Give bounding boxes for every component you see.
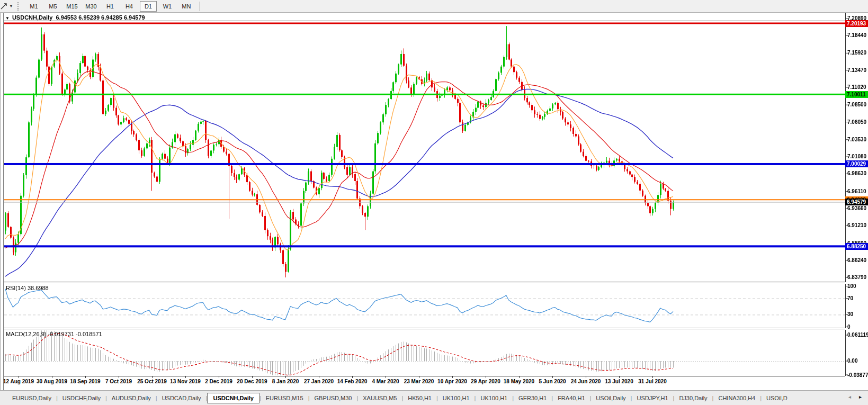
toolbar-grip[interactable] <box>17 2 20 11</box>
tab-scroll-left-icon[interactable]: ◂ <box>848 394 851 400</box>
tab-hk50-h1[interactable]: HK50,H1 <box>403 393 436 403</box>
date-axis-label: 24 Jun 2020 <box>571 379 601 384</box>
price-axis-label: 7.01080 <box>847 154 866 160</box>
date-axis-line <box>4 376 845 376</box>
price-axis-label: 6.93660 <box>847 205 866 212</box>
date-axis-label: 7 Oct 2019 <box>105 379 132 384</box>
price-axis-label: 7.18440 <box>847 32 866 39</box>
date-axis-tick <box>85 376 86 378</box>
price-line-badge: 7.00029 <box>845 160 868 167</box>
macd-canvas[interactable] <box>4 330 868 376</box>
collapse-triangle-icon[interactable]: ▼ <box>5 16 10 21</box>
price-line-badge: 7.10011 <box>845 91 868 98</box>
date-axis-label: 12 Aug 2019 <box>3 379 34 384</box>
timeframe-button-m5[interactable]: M5 <box>44 1 61 12</box>
timeframe-button-m30[interactable]: M30 <box>83 1 100 12</box>
window-left-border-inner <box>3 13 4 390</box>
date-axis-tick <box>319 376 319 378</box>
tab-fra40-h1[interactable]: FRA40,H1 <box>553 393 589 403</box>
tab-dj30-daily[interactable]: DJ30,Daily <box>674 393 712 403</box>
date-axis-tick <box>552 376 553 378</box>
price-axis-label: 7.06050 <box>847 119 866 125</box>
panel-separator[interactable] <box>4 328 845 329</box>
current-price-badge: 6.94579 <box>845 199 868 205</box>
rsi-axis-label: 100 <box>847 283 856 290</box>
price-axis-label: 6.91210 <box>847 222 866 229</box>
tool-dropdown-arrow-icon[interactable]: ▼ <box>9 2 13 11</box>
tab-usoil-d[interactable]: USOil,D <box>762 393 792 403</box>
rsi-axis-label: 30 <box>847 311 853 318</box>
date-axis-tick <box>285 376 286 378</box>
date-axis-tick <box>119 376 119 378</box>
date-axis-tick <box>219 376 219 378</box>
tab-ger30-h1[interactable]: GER30,H1 <box>514 393 551 403</box>
price-line-badge: 7.20193 <box>845 20 868 27</box>
timeframe-button-d1[interactable]: D1 <box>140 1 157 12</box>
date-axis-label: 23 Mar 2020 <box>404 379 434 384</box>
macd-axis-label: -0.038777 <box>847 372 868 379</box>
tab-china300-h4[interactable]: CHINA300,H4 <box>713 393 760 403</box>
date-axis-tick <box>352 376 353 378</box>
price-line-badge: 6.88250 <box>845 243 868 250</box>
timeframe-button-w1[interactable]: W1 <box>159 1 176 12</box>
price-axis-label: 7.13470 <box>847 67 866 74</box>
tab-scroll-right-icon[interactable]: ▸ <box>859 394 862 400</box>
price-axis-label: 6.96110 <box>847 188 866 195</box>
rsi-label: RSI(14) 38.6988 <box>6 285 49 291</box>
date-axis-tick <box>652 376 653 378</box>
rsi-axis-label: 70 <box>847 295 853 302</box>
date-axis-tick <box>386 376 386 378</box>
macd-label: MACD(12,26,9) -0.019731 -0.018571 <box>6 331 102 337</box>
tab-usdjpy-h1[interactable]: USDJPY,H1 <box>632 393 673 403</box>
price-axis-label: 7.03530 <box>847 137 866 143</box>
window-left-border-outer <box>1 13 1 390</box>
date-axis-label: 20 Dec 2019 <box>237 379 267 384</box>
timeframe-button-m15[interactable]: M15 <box>64 1 80 12</box>
tab-uk100-h1[interactable]: UK100,H1 <box>476 393 512 403</box>
timeframe-button-h4[interactable]: H4 <box>121 1 138 12</box>
tab-usdcad-daily[interactable]: USDCAD,Daily <box>157 393 206 403</box>
date-axis-tick <box>452 376 453 378</box>
timeframe-button-mn[interactable]: MN <box>178 1 195 12</box>
rsi-value: 38.6988 <box>28 285 49 291</box>
price-axis-label: 7.08500 <box>847 102 866 108</box>
chart-window: ▼USDCNH,Daily 6.94553 6.95239 6.94285 6.… <box>0 13 868 390</box>
date-axis-tick <box>152 376 153 378</box>
panel-separator[interactable] <box>4 282 845 283</box>
date-axis-label: 13 Jul 2020 <box>605 379 633 384</box>
tab-xauusd-m5[interactable]: XAUUSD,M5 <box>358 393 401 403</box>
tab-eurusd-m15[interactable]: EURUSD,M15 <box>261 393 308 403</box>
tab-gbpusd-m30[interactable]: GBPUSD,M30 <box>310 393 357 403</box>
chart-tab-bar: EURUSD,Daily|USDCHF,Daily|AUDUSD,Daily|U… <box>0 390 868 405</box>
mt4-terminal: { "toolbar": { "timeframes": ["M1","M5",… <box>0 0 868 405</box>
price-axis-label: 6.98630 <box>847 170 866 177</box>
main-chart-canvas[interactable] <box>4 13 868 282</box>
date-axis-label: 5 Jun 2020 <box>539 379 566 384</box>
date-axis-tick <box>19 376 19 378</box>
tab-usdcnh-daily[interactable]: USDCNH,Daily <box>207 393 259 403</box>
tab-usdchf-daily[interactable]: USDCHF,Daily <box>58 393 105 403</box>
date-axis-label: 18 Sep 2019 <box>70 379 100 384</box>
macd-values: -0.019731 -0.018571 <box>48 331 102 337</box>
tab-audusd-daily[interactable]: AUDUSD,Daily <box>107 393 156 403</box>
timeframe-button-m1[interactable]: M1 <box>25 1 42 12</box>
date-axis-label: 10 Apr 2020 <box>437 379 467 384</box>
timeframe-buttons: M1M5M15M30H1H4D1W1MN <box>24 1 196 12</box>
chart-title-ohlc: 6.94553 6.95239 6.94285 6.94579 <box>56 14 145 21</box>
timeframe-toolbar: ▼ M1M5M15M30H1H4D1W1MN <box>0 0 868 13</box>
date-axis-tick <box>252 376 253 378</box>
date-axis-tick <box>185 376 186 378</box>
timeframe-button-h1[interactable]: H1 <box>102 1 119 12</box>
date-axis-tick <box>52 376 52 378</box>
rsi-canvas[interactable] <box>4 284 868 328</box>
date-axis-tick <box>619 376 620 378</box>
tabs-container: EURUSD,Daily|USDCHF,Daily|AUDUSD,Daily|U… <box>7 393 792 403</box>
date-axis-label: 27 Jan 2020 <box>304 379 334 384</box>
tab-usoil-daily[interactable]: USOil,Daily <box>591 393 630 403</box>
line-tool-icon[interactable] <box>1 2 8 11</box>
tab-uk100-h1[interactable]: UK100,H1 <box>438 393 475 403</box>
date-axis-tick <box>586 376 586 378</box>
date-axis-label: 30 Aug 2019 <box>37 379 67 384</box>
price-axis-label: 6.83790 <box>847 274 866 281</box>
tab-eurusd-daily[interactable]: EURUSD,Daily <box>7 393 56 403</box>
